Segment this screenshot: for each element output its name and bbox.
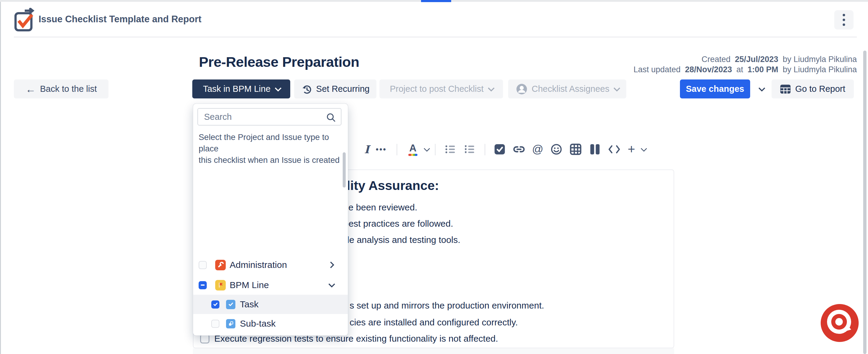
save-changes-button[interactable]: Save changes [680,79,750,99]
recurring-clock-icon [301,84,312,95]
dropdown-row-sub-task[interactable]: Sub-task [193,314,348,333]
table-icon [570,144,581,155]
back-to-list-label: Back to the list [40,84,97,94]
dropdown-row-task[interactable]: Task [193,295,348,314]
issue-type-dropdown-button[interactable]: Task in BPM Line [192,79,290,99]
toolbar-divider [485,144,485,155]
text-color-chevron[interactable] [421,141,430,157]
avatar-icon [516,83,527,95]
dropdown-scrollbar-thumb[interactable] [343,152,346,187]
columns-layout-button[interactable] [587,141,603,157]
search-icon [326,112,336,122]
mention-button[interactable]: @ [530,141,546,157]
active-tab-indicator [421,0,451,2]
chevron-down-icon [275,84,281,92]
issue-type-dropdown-panel: Select the Project and Issue type to pla… [193,104,348,335]
chevron-right-icon[interactable] [328,261,335,269]
wrench-icon [215,260,226,270]
arrow-left-icon: ← [26,84,36,94]
flag-icon [215,280,226,290]
columns-layout-icon [590,143,600,155]
task-check-icon [226,300,236,309]
updated-time: 1:00 PM [747,65,778,74]
created-prefix: Created [702,55,731,64]
insert-more-button[interactable]: + [624,141,638,157]
created-date: 25/Jul/2023 [735,55,778,64]
insert-more-chevron[interactable] [638,141,647,157]
link-button[interactable] [511,141,527,157]
text-color-button[interactable]: A [404,141,421,157]
checklist-item-fragment: s set up and mirrors the production envi… [350,300,544,311]
created-line: Created 25/Jul/2023 by Liudmyla Pikulina [700,55,857,64]
checklist-item-fragment: e been reviewed. [348,202,417,213]
chevron-down-icon [488,84,495,92]
go-to-report-label: Go to Report [795,84,845,94]
set-recurring-button[interactable]: Set Recurring [294,79,376,99]
updated-line: Last updated 28/Nov/2023 at 1:00 PM by L… [631,65,857,74]
checkbox-checked[interactable] [211,300,219,309]
checklist-assignees-label: Checklist Assignees [532,84,610,94]
checklist-item-fragment: best practices are followed. [344,218,453,229]
chevron-down-icon [758,84,766,92]
task-checkbox-icon [494,144,505,155]
header-divider [14,37,857,37]
dropdown-row-administration[interactable]: Administration [193,255,348,275]
dropdown-row-story[interactable]: Story [193,333,348,335]
emoji-icon [550,143,562,155]
page-title: Pre-Release Preparation [199,54,359,70]
report-table-icon [780,84,791,94]
bullet-list-icon [445,144,457,154]
subtask-icon [226,319,236,328]
task-checkbox-button[interactable] [492,141,507,157]
ordered-list-button[interactable] [462,141,478,157]
app-window: Issue Checklist Template and Report Pre-… [0,0,868,354]
ordered-list-icon [464,144,476,154]
set-recurring-label: Set Recurring [316,84,370,94]
section-heading-fragment: lity Assurance: [347,178,439,193]
checkbox-unchecked[interactable] [211,320,219,328]
checkbox-indeterminate[interactable] [198,281,207,289]
kebab-menu-button[interactable] [834,10,854,30]
window-left-edge [0,2,1,354]
more-formatting-button[interactable]: ••• [374,141,389,157]
app-logo-checklist-icon [13,8,36,33]
app-title: Issue Checklist Template and Report [38,14,201,25]
checkbox-unchecked[interactable] [198,261,207,269]
table-button[interactable] [568,141,584,157]
save-changes-label: Save changes [686,84,744,94]
back-to-list-button[interactable]: ← Back to the list [14,79,108,99]
italic-button[interactable]: I [361,141,373,157]
page-scrollbar-thumb[interactable] [863,50,867,354]
search-input[interactable] [197,108,341,126]
save-options-chevron-button[interactable] [754,79,768,99]
checklist-item-fragment: le analysis and testing tools. [347,235,460,245]
updated-by: by Liudmyla Pikulina [783,65,857,74]
chevron-down-icon [613,84,620,92]
updated-at-word: at [736,65,743,74]
dropdown-helper-text: Select the Project and Issue type to pla… [198,132,348,166]
go-to-report-button[interactable]: Go to Report [772,79,854,99]
link-icon [513,143,525,155]
toolbar-divider [397,144,397,155]
code-block-button[interactable] [607,141,622,157]
issue-type-button-label: Task in BPM Line [203,84,270,94]
toolbar-divider [435,144,435,155]
chevron-down-icon[interactable] [329,281,336,288]
updated-prefix: Last updated [633,65,681,74]
dropdown-row-bpm-line[interactable]: BPM Line [193,276,348,295]
bullet-list-button[interactable] [442,141,459,157]
created-by: by Liudmyla Pikulina [783,55,857,64]
checklist-item-fragment: cies are installed and configured correc… [350,317,518,327]
project-to-post-dropdown[interactable]: Project to post Checklist [379,79,503,99]
checklist-assignees-dropdown[interactable]: Checklist Assignees [508,79,626,99]
card-footer-strip [193,348,674,354]
code-icon [608,144,621,155]
project-to-post-label: Project to post Checklist [390,84,484,94]
emoji-button[interactable] [549,141,564,157]
support-chat-widget-button[interactable] [820,304,859,342]
updated-date: 28/Nov/2023 [685,65,732,74]
